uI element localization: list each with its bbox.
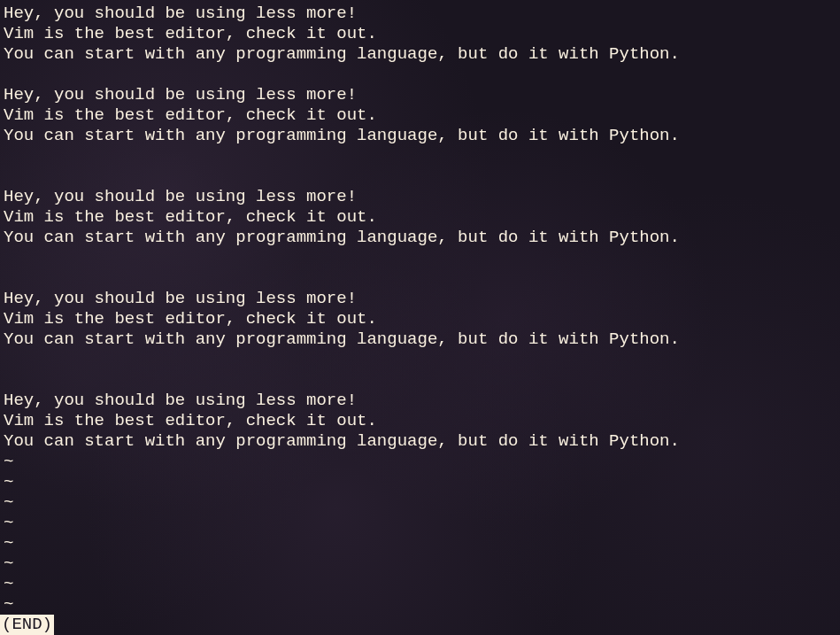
empty-buffer-tilde: ~ [4,492,840,513]
blank-line [4,370,840,391]
blank-line [4,146,840,166]
file-text-line: Vim is the best editor, check it out. [4,207,840,228]
blank-line [4,268,840,289]
blank-line [4,65,840,85]
blank-line [4,350,840,370]
file-text-line: You can start with any programming langu… [4,431,840,452]
terminal-viewport[interactable]: Hey, you should be using less more!Vim i… [0,0,840,615]
file-text-line: Vim is the best editor, check it out. [4,309,840,329]
empty-buffer-tilde: ~ [4,513,840,533]
file-text-line: Vim is the best editor, check it out. [4,24,840,44]
empty-buffer-tilde: ~ [4,472,840,492]
empty-buffer-tilde: ~ [4,452,840,472]
pager-end-indicator: (END) [0,615,54,635]
file-text-line: Hey, you should be using less more! [4,187,840,207]
file-text-line: Hey, you should be using less more! [4,289,840,309]
empty-buffer-tilde: ~ [4,533,840,554]
file-text-line: Hey, you should be using less more! [4,391,840,411]
file-text-line: Vim is the best editor, check it out. [4,105,840,126]
file-text-line: Hey, you should be using less more! [4,4,840,24]
file-text-line: Hey, you should be using less more! [4,85,840,105]
pager-status-bar: (END) [0,615,54,635]
empty-buffer-tilde: ~ [4,554,840,574]
blank-line [4,248,840,268]
file-text-line: Vim is the best editor, check it out. [4,411,840,431]
file-text-line: You can start with any programming langu… [4,126,840,146]
file-text-line: You can start with any programming langu… [4,44,840,65]
empty-buffer-tilde: ~ [4,594,840,615]
file-text-line: You can start with any programming langu… [4,329,840,350]
file-text-line: You can start with any programming langu… [4,228,840,248]
empty-buffer-tilde: ~ [4,574,840,594]
blank-line [4,166,840,187]
